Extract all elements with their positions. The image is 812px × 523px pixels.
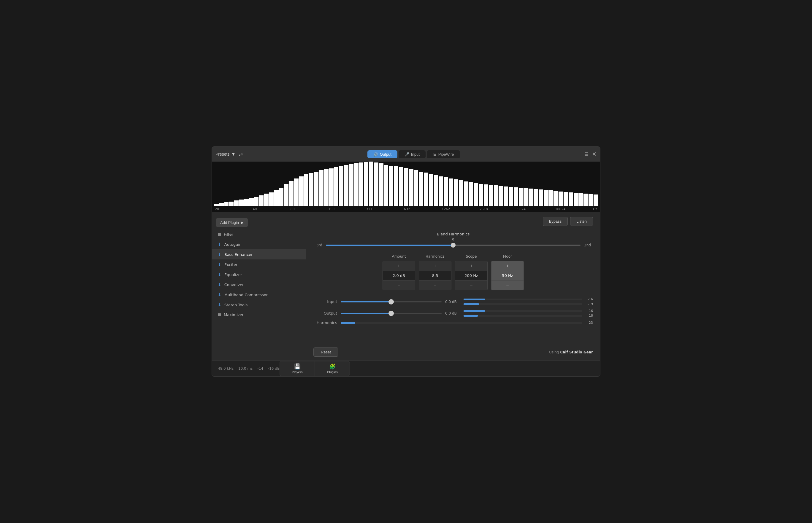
output-thumb[interactable] — [388, 311, 394, 316]
spectrum-bar — [364, 162, 368, 206]
spectrum-label: 1262 — [442, 207, 479, 211]
spectrum-bar — [319, 170, 324, 206]
footer-tab-plugins[interactable]: 🧩 Plugins — [315, 361, 350, 376]
header-tabs: 🔊 Output 🎤 Input 🖥 PipeWire — [246, 150, 581, 158]
blend-harmonics-title: Blend Harmonics — [313, 232, 593, 236]
plugins-label: Plugins — [327, 370, 338, 374]
input-meter-bar-wrap-1 — [464, 299, 582, 300]
sidebar-item-multiband-compressor[interactable]: ↓ Multiband Compressor — [212, 290, 306, 300]
sidebar-item-autogain[interactable]: ↓ Autogain — [212, 239, 306, 249]
scope-increment-button[interactable]: + — [455, 261, 487, 271]
input-meter-bar-1 — [464, 299, 485, 300]
spectrum-bar — [404, 168, 408, 206]
spectrum-bar — [384, 165, 388, 206]
footer-tab-players[interactable]: 💾 Players — [280, 361, 315, 376]
add-plugin-button[interactable]: Add Plugin ▶ — [216, 218, 248, 227]
harmonics-meter-wrap: -23 — [341, 321, 593, 325]
output-icon: 🔊 — [373, 152, 378, 157]
amount-decrement-button[interactable]: − — [383, 281, 415, 290]
spectrum-bar — [224, 202, 229, 206]
spectrum-bar — [394, 166, 398, 206]
stat-sample-rate: 48.0 kHz — [218, 366, 234, 371]
stereo-tools-arrow-icon: ↓ — [218, 302, 221, 307]
spectrum-bar — [474, 183, 478, 206]
param-box-scope: + 200 Hz − — [455, 261, 488, 290]
spectrum-bar — [309, 173, 313, 206]
spectrum-bar — [484, 184, 488, 206]
param-col-harmonics: Harmonics + 8.5 − — [419, 254, 451, 290]
reset-button[interactable]: Reset — [313, 347, 338, 357]
input-meter-bar-wrap-2 — [464, 303, 582, 305]
spectrum-bar — [379, 163, 383, 206]
spectrum-bar — [354, 163, 359, 206]
spectrum-bar — [514, 187, 518, 206]
params-grid: Amount + 2.0 dB − Harmonics + 8.5 — [313, 254, 593, 290]
sidebar-item-label: Exciter — [224, 263, 238, 267]
spectrum-bar — [329, 168, 333, 206]
output-meter-bar-wrap-2 — [464, 315, 582, 317]
input-meter-1: -16 — [464, 297, 593, 301]
blend-slider-fill — [326, 245, 453, 246]
harmonics-increment-button[interactable]: + — [419, 261, 451, 271]
input-level-slider[interactable] — [341, 299, 442, 305]
input-thumb[interactable] — [388, 299, 394, 305]
using-text: Using Calf Studio Gear — [549, 350, 593, 354]
players-label: Players — [292, 370, 303, 374]
spectrum-bars — [212, 162, 600, 206]
bypass-button[interactable]: Bypass — [543, 217, 568, 226]
listen-button[interactable]: Listen — [570, 217, 593, 226]
blend-2nd-label: 2nd — [584, 243, 593, 247]
spectrum-labels: 20408015931763212622518502410024Hz — [212, 206, 600, 212]
spectrum-bar — [369, 162, 373, 206]
plugin-name: Calf Studio Gear — [560, 350, 593, 354]
output-meter-bar-wrap-1 — [464, 310, 582, 312]
sidebar-item-label: Convolver — [224, 283, 244, 287]
tab-pipewire[interactable]: 🖥 PipeWire — [427, 150, 460, 158]
sidebar-item-label: Stereo Tools — [224, 303, 248, 307]
tab-input[interactable]: 🎤 Input — [399, 150, 426, 158]
spectrum-bar — [299, 176, 304, 206]
floor-value: 50 Hz — [491, 271, 523, 281]
blend-harmonics-value: 0 — [313, 237, 593, 241]
sidebar-item-convolver[interactable]: ↓ Convolver — [212, 279, 306, 290]
spectrum-bar — [374, 162, 378, 206]
spectrum-bar — [289, 181, 294, 206]
tab-output-label: Output — [380, 152, 392, 157]
sidebar-item-filter[interactable]: Filter — [212, 230, 306, 239]
floor-decrement-button[interactable]: − — [491, 281, 523, 290]
blend-slider-thumb[interactable] — [451, 243, 455, 248]
floor-increment-button[interactable]: + — [491, 261, 523, 271]
content-panel: Bypass Listen Blend Harmonics 0 3rd 2nd — [306, 212, 600, 344]
output-level-slider[interactable] — [341, 310, 442, 317]
harmonics-decrement-button[interactable]: − — [419, 281, 451, 290]
spectrum-bar — [229, 202, 234, 206]
stat-latency: 10.0 ms — [238, 366, 253, 371]
amount-increment-button[interactable]: + — [383, 261, 415, 271]
presets-label: Presets — [215, 152, 229, 157]
close-button[interactable]: ✕ — [592, 151, 597, 158]
convolver-arrow-icon: ↓ — [218, 282, 221, 287]
output-level-row: Output 0.0 dB -16 — [313, 309, 593, 318]
sidebar-item-equalizer[interactable]: ↓ Equalizer — [212, 270, 306, 279]
sidebar-item-maximizer[interactable]: Maximizer — [212, 310, 306, 320]
output-meter-2: -18 — [464, 314, 593, 318]
tab-output[interactable]: 🔊 Output — [367, 150, 397, 158]
maximizer-square-icon — [218, 313, 221, 317]
sidebar: Add Plugin ▶ Filter ↓ Autogain ↓ Bass En… — [212, 212, 306, 360]
blend-harmonics-slider[interactable] — [326, 245, 581, 246]
shuffle-button[interactable]: ⇄ — [239, 151, 243, 157]
output-level-label: Output — [313, 311, 337, 315]
sidebar-item-exciter[interactable]: ↓ Exciter — [212, 259, 306, 270]
sidebar-item-bass-enhancer[interactable]: ↓ Bass Enhancer — [212, 249, 306, 259]
scope-value: 200 Hz — [455, 271, 487, 281]
multiband-compressor-arrow-icon: ↓ — [218, 292, 221, 297]
output-meter-1: -16 — [464, 309, 593, 313]
menu-button[interactable]: ☰ — [584, 151, 589, 157]
scope-decrement-button[interactable]: − — [455, 281, 487, 290]
spectrum-bar — [234, 200, 239, 206]
presets-chevron-icon: ▼ — [231, 152, 235, 157]
spectrum-bar — [284, 184, 289, 206]
spectrum-bar — [449, 179, 453, 206]
presets-button[interactable]: Presets ▼ — [215, 152, 235, 157]
sidebar-item-stereo-tools[interactable]: ↓ Stereo Tools — [212, 300, 306, 310]
